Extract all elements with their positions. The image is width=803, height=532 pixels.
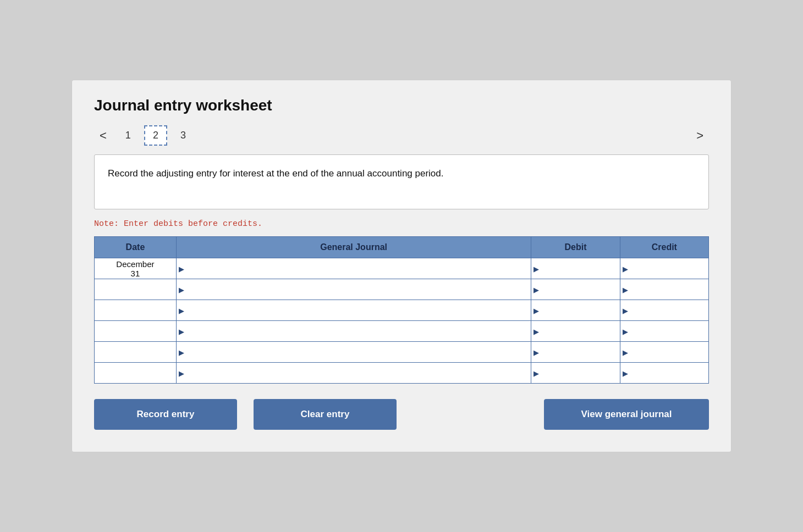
table-row: ▶▶▶: [95, 363, 709, 384]
nav-row: < 1 2 3 >: [94, 125, 709, 146]
credit-cell-0[interactable]: ▶: [620, 258, 708, 279]
col-debit: Debit: [531, 237, 620, 258]
date-cell-2: [95, 300, 177, 321]
view-general-journal-button[interactable]: View general journal: [544, 399, 709, 430]
table-row: ▶▶▶: [95, 300, 709, 321]
table-row: ▶▶▶: [95, 321, 709, 342]
page-title: Journal entry worksheet: [94, 97, 709, 114]
journal-input-3[interactable]: [177, 321, 531, 341]
date-cell-0: December 31: [95, 258, 177, 279]
credit-cell-1[interactable]: ▶: [620, 279, 708, 300]
journal-arrow-3: ▶: [179, 327, 184, 335]
col-general-journal: General Journal: [176, 237, 531, 258]
journal-arrow-0: ▶: [179, 264, 184, 273]
date-cell-5: [95, 363, 177, 384]
debit-cell-4[interactable]: ▶: [531, 342, 620, 363]
date-cell-1: [95, 279, 177, 300]
journal-cell-3[interactable]: ▶: [176, 321, 531, 342]
journal-cell-4[interactable]: ▶: [176, 342, 531, 363]
journal-input-2[interactable]: [177, 300, 531, 320]
debit-cell-0[interactable]: ▶: [531, 258, 620, 279]
description-box: Record the adjusting entry for interest …: [94, 154, 709, 209]
credit-arrow-1: ▶: [623, 285, 628, 293]
record-entry-button[interactable]: Record entry: [94, 399, 237, 430]
tab-2[interactable]: 2: [144, 125, 167, 146]
credit-arrow-0: ▶: [623, 264, 628, 273]
table-row: December 31▶▶▶: [95, 258, 709, 279]
next-arrow[interactable]: >: [691, 126, 709, 145]
debit-input-0[interactable]: [531, 258, 619, 279]
credit-arrow-4: ▶: [623, 348, 628, 356]
debit-cell-5[interactable]: ▶: [531, 363, 620, 384]
debit-arrow-1: ▶: [534, 285, 539, 293]
credit-input-3[interactable]: [620, 321, 708, 341]
journal-cell-2[interactable]: ▶: [176, 300, 531, 321]
journal-cell-5[interactable]: ▶: [176, 363, 531, 384]
debit-arrow-0: ▶: [534, 264, 539, 273]
debit-arrow-3: ▶: [534, 327, 539, 335]
credit-cell-3[interactable]: ▶: [620, 321, 708, 342]
journal-input-5[interactable]: [177, 363, 531, 383]
buttons-row: Record entry Clear entry View general jo…: [94, 399, 709, 430]
credit-input-5[interactable]: [620, 363, 708, 383]
journal-arrow-1: ▶: [179, 285, 184, 293]
prev-arrow[interactable]: <: [94, 126, 112, 145]
journal-arrow-4: ▶: [179, 348, 184, 356]
credit-input-4[interactable]: [620, 342, 708, 362]
journal-input-4[interactable]: [177, 342, 531, 362]
col-credit: Credit: [620, 237, 708, 258]
debit-cell-3[interactable]: ▶: [531, 321, 620, 342]
debit-arrow-4: ▶: [534, 348, 539, 356]
credit-arrow-3: ▶: [623, 327, 628, 335]
credit-cell-2[interactable]: ▶: [620, 300, 708, 321]
credit-input-2[interactable]: [620, 300, 708, 320]
clear-entry-button[interactable]: Clear entry: [254, 399, 397, 430]
debit-cell-1[interactable]: ▶: [531, 279, 620, 300]
credit-cell-4[interactable]: ▶: [620, 342, 708, 363]
credit-input-0[interactable]: [620, 258, 708, 279]
debit-input-3[interactable]: [531, 321, 619, 341]
tab-3[interactable]: 3: [173, 126, 194, 145]
credit-cell-5[interactable]: ▶: [620, 363, 708, 384]
table-row: ▶▶▶: [95, 342, 709, 363]
debit-input-5[interactable]: [531, 363, 619, 383]
col-date: Date: [95, 237, 177, 258]
journal-arrow-2: ▶: [179, 306, 184, 314]
debit-input-1[interactable]: [531, 279, 619, 300]
main-container: Journal entry worksheet < 1 2 3 > Record…: [72, 80, 732, 452]
table-row: ▶▶▶: [95, 279, 709, 300]
description-text: Record the adjusting entry for interest …: [108, 168, 444, 179]
note-text: Note: Enter debits before credits.: [94, 219, 709, 229]
debit-input-4[interactable]: [531, 342, 619, 362]
tab-1[interactable]: 1: [118, 126, 139, 145]
date-cell-4: [95, 342, 177, 363]
table-header-row: Date General Journal Debit Credit: [95, 237, 709, 258]
tab-numbers: 1 2 3: [118, 125, 194, 146]
journal-input-1[interactable]: [177, 279, 531, 300]
journal-input-0[interactable]: [177, 258, 531, 279]
credit-arrow-2: ▶: [623, 306, 628, 314]
debit-input-2[interactable]: [531, 300, 619, 320]
credit-arrow-5: ▶: [623, 369, 628, 377]
debit-arrow-2: ▶: [534, 306, 539, 314]
journal-cell-0[interactable]: ▶: [176, 258, 531, 279]
debit-arrow-5: ▶: [534, 369, 539, 377]
journal-arrow-5: ▶: [179, 369, 184, 377]
journal-table: Date General Journal Debit Credit Decemb…: [94, 236, 709, 384]
credit-input-1[interactable]: [620, 279, 708, 300]
journal-cell-1[interactable]: ▶: [176, 279, 531, 300]
date-cell-3: [95, 321, 177, 342]
debit-cell-2[interactable]: ▶: [531, 300, 620, 321]
